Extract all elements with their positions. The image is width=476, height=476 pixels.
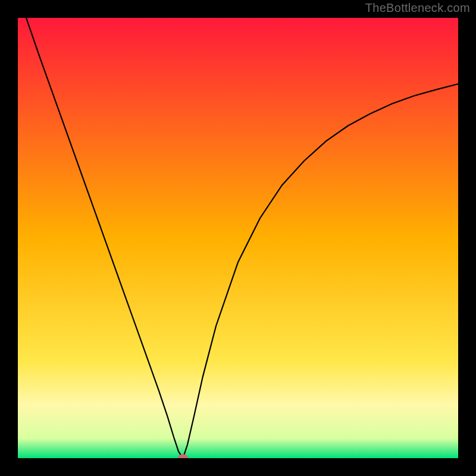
chart-frame: TheBottleneck.com xyxy=(0,0,476,476)
bottleneck-chart xyxy=(18,18,458,458)
gradient-background xyxy=(18,18,458,458)
watermark-text: TheBottleneck.com xyxy=(365,1,470,15)
plot-area xyxy=(18,18,458,458)
